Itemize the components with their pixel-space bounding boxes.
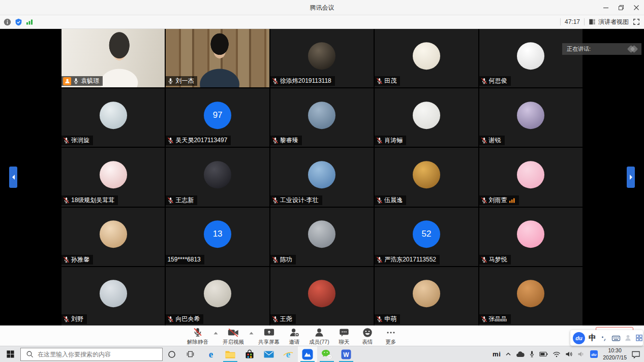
participant-tile[interactable]: 张润旋 <box>62 88 165 147</box>
action-center-button[interactable] <box>631 350 640 358</box>
participant-avatar <box>413 280 440 308</box>
taskbar-app-store[interactable] <box>240 346 259 362</box>
participant-tile[interactable]: 何思俊 <box>479 29 582 87</box>
participant-tile[interactable]: 袁毓璟 <box>62 29 165 87</box>
participant-tile[interactable]: 谢锐 <box>479 88 582 147</box>
participant-tile[interactable]: 伍晨逸 <box>375 148 478 206</box>
maximize-button[interactable] <box>614 0 629 15</box>
start-button[interactable] <box>0 346 20 362</box>
members-button[interactable]: 成员(77) <box>306 327 332 346</box>
info-icon[interactable] <box>4 18 11 26</box>
participant-name: 黎睿臻 <box>280 136 298 145</box>
participant-tile[interactable]: 肖涛鲡 <box>375 88 478 147</box>
participant-name: 陈功 <box>280 255 292 264</box>
wifi-tray-icon[interactable] <box>553 351 561 357</box>
participant-nameplate: 黎睿臻 <box>270 136 302 145</box>
participant-tile[interactable]: 申萌 <box>375 267 478 325</box>
tencent-meeting-icon <box>301 348 314 360</box>
taskbar-app-mail[interactable] <box>259 346 279 362</box>
volume-dim-tray-icon[interactable] <box>577 351 585 357</box>
prev-page-button[interactable] <box>9 167 17 188</box>
participant-nameplate: 王志新 <box>166 195 197 205</box>
fullscreen-button[interactable] <box>633 18 640 25</box>
mi-suite-tray-icon[interactable]: mi <box>493 350 501 358</box>
chat-button[interactable]: 聊天 <box>332 327 356 346</box>
cortana-button[interactable] <box>163 346 181 362</box>
close-icon <box>633 5 639 11</box>
participant-tile[interactable]: 18级规划吴茸茸 <box>62 148 165 206</box>
participant-avatar <box>100 220 127 248</box>
participant-tile[interactable]: 工业设计-李壮 <box>270 148 374 206</box>
punctuation-icon[interactable] <box>600 334 608 342</box>
participant-tile[interactable]: 陈功 <box>270 208 374 266</box>
invite-button[interactable]: 邀请 <box>283 327 306 346</box>
taskbar-app-explorer[interactable] <box>221 346 240 362</box>
participant-tile[interactable]: 13159****6813 <box>166 208 269 266</box>
participant-nameplate: 159****6813 <box>166 255 204 265</box>
share-screen-button[interactable]: 共享屏幕 <box>255 327 283 346</box>
participant-avatar <box>413 42 440 70</box>
taskbar-app-edge[interactable]: e <box>201 346 221 362</box>
baidu-ime-logo[interactable]: du <box>573 332 585 344</box>
tray-icons: du <box>505 350 598 358</box>
start-video-options-chevron[interactable] <box>247 332 255 341</box>
participant-tile[interactable]: 97吴天昊2017113497 <box>166 88 269 147</box>
search-input[interactable] <box>38 351 157 358</box>
speaker-view-button[interactable]: 演讲者视图 <box>589 18 629 26</box>
mic-tray-icon[interactable] <box>529 350 535 358</box>
participant-tile[interactable]: 张晶晶 <box>479 267 582 325</box>
participant-tile[interactable]: 刘一杰 <box>166 29 269 87</box>
battery-tray-icon[interactable] <box>539 351 548 357</box>
meeting-toolbar: 解除静音开启视频共享屏幕邀请成员(77)聊天表情更多 <box>0 325 644 346</box>
chevron-up-tray-icon[interactable] <box>505 352 511 356</box>
volume-tray-icon[interactable] <box>565 351 573 357</box>
taskbar-app-wps[interactable]: W <box>336 346 356 362</box>
participant-tile[interactable]: 田茂 <box>375 29 478 87</box>
minimize-button[interactable] <box>598 0 614 15</box>
emoji-button[interactable]: 表情 <box>356 327 379 346</box>
task-view-button[interactable] <box>181 346 199 362</box>
participant-avatar <box>100 280 127 308</box>
participant-name: 张润旋 <box>71 136 89 145</box>
unmute-options-chevron[interactable] <box>211 332 220 341</box>
participant-tile[interactable]: 黎睿臻 <box>270 88 374 147</box>
participant-tile[interactable]: 52严浩东2017113552 <box>375 208 478 266</box>
participant-name: 张晶晶 <box>489 315 507 323</box>
participant-tile[interactable]: 徐添炜2019113118 <box>270 29 374 87</box>
ime-mode-chinese[interactable]: 中 <box>589 333 596 343</box>
participant-tile[interactable]: 孙雅馨 <box>62 208 165 266</box>
toolbar-label: 开启视频 <box>223 339 244 346</box>
tencent-meeting-window: 腾讯会议 47:17 演讲者视图 袁毓璟刘一杰徐添炜2019113118田茂何思… <box>0 0 644 362</box>
participant-tile[interactable]: 向巴央希 <box>166 267 269 325</box>
baidu-pan-tray-icon[interactable]: du <box>590 350 598 358</box>
participant-avatar: 13 <box>204 220 231 248</box>
unmute-button[interactable]: 解除静音 <box>184 327 211 346</box>
participant-tile[interactable]: 马梦悦 <box>479 208 582 266</box>
close-button[interactable] <box>629 0 644 15</box>
divider <box>560 18 561 25</box>
participant-tile[interactable]: 刘雨萱 <box>479 148 582 206</box>
toolbar-label: 更多 <box>385 339 396 346</box>
participant-tile[interactable]: 王志新 <box>166 148 269 206</box>
participant-tile[interactable]: 刘野 <box>62 267 165 325</box>
emoji-icon <box>362 327 373 338</box>
start-video-button[interactable]: 开启视频 <box>220 327 247 346</box>
participant-name: 刘野 <box>71 315 83 323</box>
taskbar-clock[interactable]: 10:30 2020/7/15 <box>603 347 627 361</box>
taskbar-app-tencent-meeting[interactable] <box>298 346 317 362</box>
next-page-button[interactable] <box>627 167 635 188</box>
security-shield-icon[interactable] <box>15 18 22 26</box>
participant-name: 王志新 <box>175 196 194 205</box>
more-button[interactable]: 更多 <box>379 327 403 346</box>
taskbar-app-wechat[interactable] <box>317 346 336 362</box>
grid-icon[interactable] <box>635 334 643 342</box>
participant-nameplate: 吴天昊2017113497 <box>166 136 231 145</box>
soft-keyboard-icon[interactable] <box>611 334 621 342</box>
user-icon[interactable] <box>624 334 632 342</box>
participant-name: 18级规划吴茸茸 <box>71 196 114 205</box>
taskbar-app-ie[interactable]: e <box>279 346 298 362</box>
cloud-tray-icon[interactable] <box>516 351 525 357</box>
mic-muted-icon <box>272 256 279 263</box>
participant-avatar <box>517 42 544 70</box>
participant-tile[interactable]: 王尧 <box>270 267 374 325</box>
